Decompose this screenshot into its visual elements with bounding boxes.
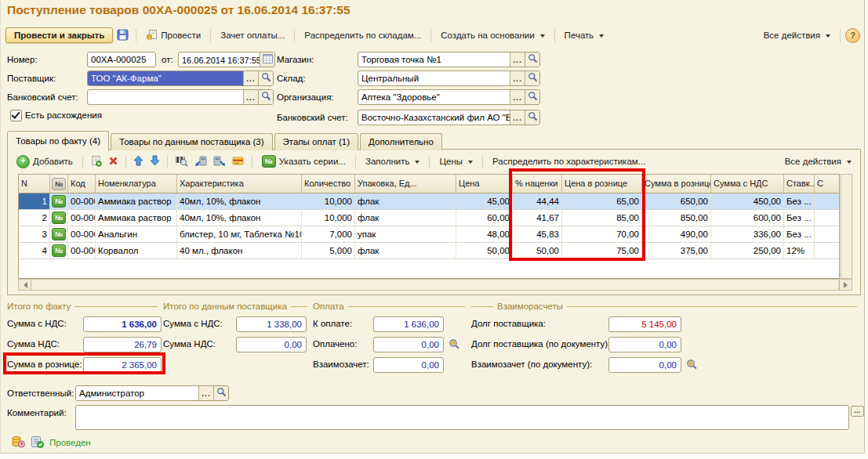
organization-field[interactable]: Аптека "Здоровье" ... bbox=[358, 89, 540, 105]
delete-row-button[interactable] bbox=[106, 154, 121, 170]
column-header-n[interactable]: N bbox=[19, 175, 50, 193]
print-button[interactable]: Печать bbox=[560, 28, 609, 42]
toolbar-separator bbox=[429, 155, 430, 168]
store-label: Магазин: bbox=[277, 55, 314, 64]
column-header-series[interactable]: № bbox=[50, 175, 68, 193]
date-label: от: bbox=[162, 55, 173, 64]
bank-account-right-label: Банковский счет: bbox=[277, 113, 348, 122]
discount-card-button[interactable] bbox=[230, 154, 247, 170]
paid-label: Оплачено: bbox=[313, 339, 357, 349]
store-open-button[interactable] bbox=[525, 52, 539, 67]
copy-row-icon bbox=[90, 155, 102, 168]
grid-all-actions-button[interactable]: Все действия bbox=[780, 154, 856, 168]
responsible-field[interactable]: Администратор ... bbox=[75, 385, 229, 401]
vertical-scrollbar-thumb[interactable] bbox=[841, 175, 852, 278]
tab-bar: Товары по факту (4) Товары по данным пос… bbox=[7, 131, 442, 150]
column-header-retail-sum[interactable]: Сумма в рознице bbox=[642, 175, 711, 193]
supplier-open-button[interactable] bbox=[258, 71, 273, 85]
warehouse-field[interactable]: Центральный ... bbox=[358, 70, 540, 86]
column-header-package[interactable]: Упаковка, Ед... bbox=[355, 175, 456, 193]
fill-button[interactable]: Заполнить bbox=[361, 154, 424, 168]
terminal-load-button[interactable] bbox=[192, 153, 209, 171]
supplier-vat-label: Сумма НДС: bbox=[163, 339, 216, 349]
table-row[interactable]: 2 № 00-000... Аммиака раствор 40мл, 10%,… bbox=[19, 210, 839, 226]
column-header-vat-rate[interactable]: Ставк... bbox=[784, 175, 815, 193]
column-header-quantity[interactable]: Количество bbox=[302, 175, 355, 193]
warehouse-select-button[interactable]: ... bbox=[510, 71, 525, 85]
horizontal-scrollbar-thumb[interactable] bbox=[31, 280, 839, 290]
supplier-select-button[interactable]: ... bbox=[243, 71, 258, 85]
tab-additional[interactable]: Дополнительно bbox=[360, 133, 442, 150]
page-title: Поступление товаров 00ХА-000025 от 16.06… bbox=[7, 3, 350, 17]
series-icon: № bbox=[262, 155, 276, 168]
organization-select-button[interactable]: ... bbox=[510, 90, 525, 104]
table-row[interactable]: 4 № 00-000... Корвалол 40 мл., флакон 5,… bbox=[19, 243, 839, 259]
column-header-characteristic[interactable]: Характеристика bbox=[177, 175, 302, 193]
column-header-sum-vat[interactable]: Сумма с НДС bbox=[711, 175, 784, 193]
supplier-debt-doc-value: 0,00 bbox=[608, 337, 681, 352]
distribute-characteristics-button[interactable]: Распределить по характеристикам... bbox=[488, 154, 650, 168]
save-button[interactable] bbox=[114, 27, 131, 45]
column-header-code[interactable]: Код bbox=[68, 175, 96, 193]
help-button[interactable]: ? bbox=[845, 28, 860, 43]
tab-goods-fact[interactable]: Товары по факту (4) bbox=[7, 131, 109, 151]
paid-details-button[interactable] bbox=[449, 338, 460, 352]
calendar-button[interactable] bbox=[260, 52, 274, 67]
toolbar-separator bbox=[355, 155, 356, 168]
prices-button[interactable]: Цены bbox=[434, 154, 478, 168]
bank-account-left-open-button[interactable] bbox=[258, 90, 273, 104]
all-actions-button[interactable]: Все действия bbox=[759, 28, 835, 42]
number-field[interactable]: 00ХА-000025 bbox=[87, 52, 156, 67]
items-grid: N № Код Номенклатура Характеристика Коли… bbox=[18, 174, 840, 279]
distribute-warehouses-button[interactable]: Распределить по складам... bbox=[300, 28, 426, 42]
responsible-label: Ответственный: bbox=[7, 389, 74, 398]
number-label: Номер: bbox=[7, 55, 38, 64]
offset-payment-button[interactable]: Зачет оплаты... bbox=[216, 28, 289, 42]
column-header-price[interactable]: Цена bbox=[456, 175, 513, 193]
vertical-scrollbar[interactable] bbox=[841, 174, 852, 279]
offset-doc-details-button[interactable] bbox=[686, 359, 698, 373]
date-field[interactable]: 16.06.2014 16:37:55 bbox=[178, 52, 275, 67]
series-icon: № bbox=[52, 195, 66, 208]
post-button[interactable]: Провести bbox=[141, 27, 205, 45]
warehouse-open-button[interactable] bbox=[525, 71, 539, 85]
scroll-left-button[interactable] bbox=[18, 279, 31, 291]
specify-series-button[interactable]: №Указать серии... bbox=[257, 153, 350, 170]
tab-payment-stages[interactable]: Этапы оплат (1) bbox=[274, 133, 358, 150]
copy-row-button[interactable] bbox=[88, 153, 104, 171]
bank-account-left-field[interactable]: ... bbox=[87, 89, 274, 105]
store-field[interactable]: Торговая точка №1 ... bbox=[358, 52, 540, 67]
scroll-right-button[interactable] bbox=[839, 279, 852, 291]
comment-expand-button[interactable]: ... bbox=[851, 406, 864, 417]
post-and-close-button[interactable]: Провести и закрыть bbox=[5, 27, 113, 43]
store-select-button[interactable]: ... bbox=[510, 52, 525, 67]
bank-account-right-select-button[interactable]: ... bbox=[510, 110, 525, 125]
discrepancies-checkbox[interactable] bbox=[10, 110, 22, 121]
toolbar-separator bbox=[125, 155, 126, 168]
bank-account-right-open-button[interactable] bbox=[525, 110, 539, 125]
supplier-field[interactable]: ТОО "АК-Фарма" ... bbox=[87, 70, 274, 86]
bank-account-left-select-button[interactable]: ... bbox=[243, 90, 258, 104]
add-row-button[interactable]: Добавить bbox=[12, 153, 78, 171]
terminal-unload-button[interactable] bbox=[211, 153, 228, 171]
horizontal-scrollbar[interactable] bbox=[18, 279, 852, 291]
column-header-item[interactable]: Номенклатура bbox=[96, 175, 177, 193]
table-row[interactable]: 1 № 00-000... Аммиака раствор 40мл, 10%,… bbox=[19, 193, 839, 210]
responsible-open-button[interactable] bbox=[213, 386, 228, 400]
comment-input[interactable] bbox=[75, 405, 849, 430]
horizontal-scrollbar-track[interactable] bbox=[31, 279, 839, 291]
barcode-search-button[interactable] bbox=[173, 153, 191, 171]
toolbar-separator bbox=[136, 29, 136, 42]
series-icon: № bbox=[52, 244, 66, 257]
triangle-right-icon bbox=[844, 282, 851, 288]
tab-goods-supplier-data[interactable]: Товары по данным поставщика (3) bbox=[111, 133, 273, 150]
table-row[interactable]: 3 № 00-000... Анальгин блистер, 10 мг, Т… bbox=[19, 226, 839, 243]
organization-open-button[interactable] bbox=[525, 90, 539, 104]
responsible-select-button[interactable]: ... bbox=[198, 386, 213, 400]
bank-account-right-field[interactable]: Восточно-Казахстанский фил АО "БТА ... bbox=[358, 110, 540, 125]
column-header-sum[interactable]: С bbox=[815, 175, 839, 193]
arrow-down-icon bbox=[150, 155, 160, 168]
move-up-button[interactable] bbox=[131, 153, 146, 170]
move-down-button[interactable] bbox=[147, 153, 162, 170]
create-based-on-button[interactable]: Создать на основании bbox=[436, 28, 549, 42]
